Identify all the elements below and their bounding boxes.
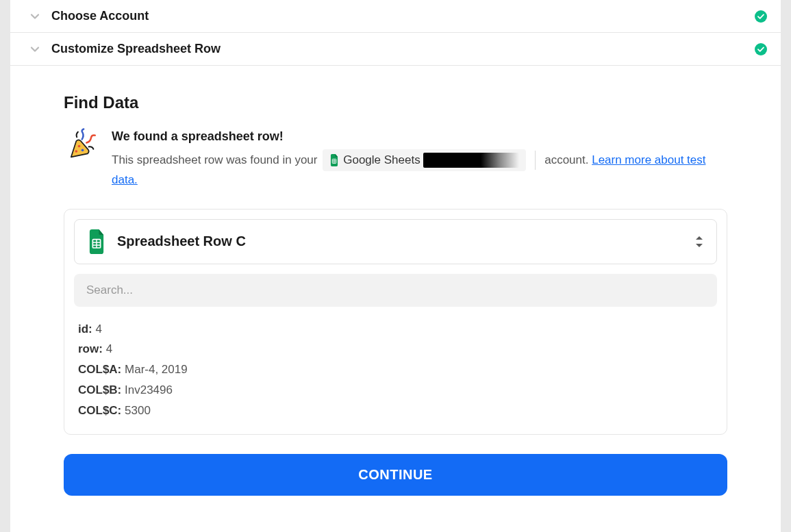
sheets-chip-label: Google Sheets	[343, 151, 420, 169]
check-circle-icon	[755, 43, 767, 55]
section-title: Find Data	[64, 93, 727, 112]
chevron-down-icon	[29, 44, 40, 55]
google-sheets-chip: Google Sheets	[323, 149, 525, 171]
found-heading: We found a spreadsheet row!	[112, 127, 727, 147]
step-title: Choose Account	[51, 9, 755, 23]
divider	[535, 151, 536, 170]
sort-icon	[694, 235, 704, 249]
step-title: Customize Spreadsheet Row	[51, 42, 755, 56]
found-row-message: We found a spreadsheet row! This spreads…	[64, 127, 727, 190]
continue-button[interactable]: CONTINUE	[64, 454, 727, 496]
row-selector[interactable]: Spreadsheet Row C	[74, 219, 717, 264]
data-field-id: id: 4	[78, 319, 713, 340]
google-sheets-icon	[87, 229, 106, 254]
check-circle-icon	[755, 10, 767, 23]
svg-point-2	[78, 145, 81, 148]
data-fields: id: 4 row: 4 COL$A: Mar-4, 2019 COL$B: I…	[74, 319, 717, 421]
svg-point-4	[75, 150, 78, 153]
party-popper-icon	[64, 127, 98, 162]
redacted-account	[423, 153, 519, 168]
desc-suffix: account.	[544, 153, 588, 166]
svg-point-0	[755, 10, 767, 23]
found-description: This spreadsheet row was found in your	[112, 149, 727, 190]
data-field-col-b: COL$B: Inv23496	[78, 380, 713, 401]
desc-prefix: This spreadsheet row was found in your	[112, 153, 318, 166]
search-input[interactable]	[74, 274, 717, 307]
find-data-section: Find Data We found a spreadsheet row! Th	[10, 66, 781, 509]
chevron-down-icon	[29, 11, 40, 22]
data-field-col-a: COL$A: Mar-4, 2019	[78, 359, 713, 380]
svg-point-3	[81, 149, 84, 152]
data-panel: Spreadsheet Row C id: 4 row: 4 COL$A: Ma…	[64, 209, 727, 435]
google-sheets-icon	[329, 154, 339, 166]
data-field-row: row: 4	[78, 339, 713, 359]
step-choose-account[interactable]: Choose Account	[10, 0, 781, 33]
row-selector-label: Spreadsheet Row C	[117, 233, 694, 249]
step-customize-row[interactable]: Customize Spreadsheet Row	[10, 33, 781, 66]
svg-point-1	[755, 43, 767, 55]
data-field-col-c: COL$C: 5300	[78, 401, 713, 421]
